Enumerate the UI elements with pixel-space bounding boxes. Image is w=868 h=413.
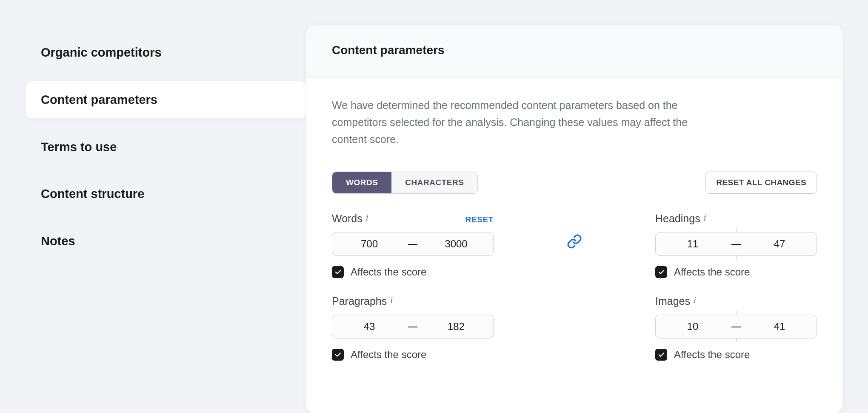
reset-all-button[interactable]: Reset all changes [705,172,817,194]
unit-toggle-characters[interactable]: Characters [391,172,477,193]
check-icon [657,268,665,276]
words-max-input[interactable] [419,238,493,250]
sidebar-item-terms-to-use[interactable]: Terms to use [26,129,306,166]
range-separator-icon [406,323,419,330]
headings-max-input[interactable] [742,238,817,250]
info-icon[interactable]: i [704,212,706,223]
images-max-input[interactable] [742,321,817,333]
sidebar-item-organic-competitors[interactable]: Organic competitors [26,34,306,71]
info-icon[interactable]: i [390,295,393,306]
param-paragraphs: Paragraphs i Affects the score [332,295,494,361]
paragraphs-max-input[interactable] [419,321,493,333]
param-words: Words i Reset Affects the score [332,212,494,278]
range-separator-icon [406,240,419,248]
sidebar-item-content-parameters[interactable]: Content parameters [26,81,306,118]
headings-affects-label: Affects the score [674,266,750,278]
images-affects-label: Affects the score [674,349,750,361]
panel-header: Content parameters [306,26,842,78]
images-range-input [655,315,817,338]
settings-sidebar: Organic competitors Content parameters T… [26,26,306,413]
unit-toggle: Words Characters [332,172,478,194]
paragraphs-affects-checkbox[interactable] [332,349,344,361]
unit-toggle-words[interactable]: Words [332,172,391,193]
paragraphs-affects-label: Affects the score [351,349,426,361]
link-icon[interactable] [567,234,582,251]
words-affects-label: Affects the score [351,266,426,278]
info-icon[interactable]: i [366,212,368,223]
words-range-input [332,232,494,256]
check-icon [334,268,342,276]
range-separator-icon [730,240,742,248]
images-affects-checkbox[interactable] [655,349,667,361]
images-min-input[interactable] [656,321,730,333]
info-icon[interactable]: i [694,295,696,306]
range-separator-icon [730,323,742,330]
check-icon [657,351,665,359]
content-parameters-panel: Content parameters We have determined th… [306,26,842,413]
panel-description: We have determined the recommended conte… [332,97,711,148]
param-images-label: Images [655,295,690,307]
headings-affects-checkbox[interactable] [655,266,667,278]
sidebar-item-content-structure[interactable]: Content structure [26,175,306,212]
param-headings-label: Headings [655,212,700,225]
check-icon [334,351,342,359]
paragraphs-range-input [332,315,494,338]
paragraphs-min-input[interactable] [332,321,406,333]
reset-words-button[interactable]: Reset [465,215,494,224]
param-paragraphs-label: Paragraphs [332,295,387,307]
words-min-input[interactable] [332,238,406,250]
words-affects-checkbox[interactable] [332,266,344,278]
panel-title: Content parameters [332,43,817,57]
sidebar-item-notes[interactable]: Notes [26,223,306,260]
headings-range-input [655,232,817,256]
param-headings: Headings i Affects the score [655,212,817,278]
headings-min-input[interactable] [656,238,730,250]
param-words-label: Words [332,212,363,225]
param-images: Images i Affects the score [655,295,817,361]
